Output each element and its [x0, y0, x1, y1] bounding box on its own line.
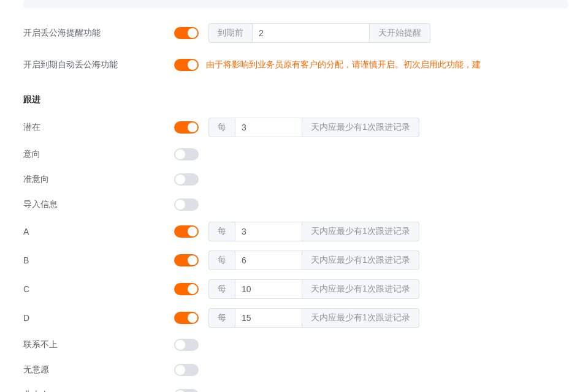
followup-row-switch[interactable]: [174, 173, 199, 186]
followup-input-prefix: 每: [208, 222, 235, 241]
followup-row: C每天内应最少有1次跟进记录: [23, 276, 568, 303]
followup-row-label: 导入信息: [23, 199, 174, 210]
followup-row-switch[interactable]: [174, 389, 199, 392]
followup-days-input[interactable]: [235, 222, 302, 241]
followup-input-group: 每天内应最少有1次跟进记录: [208, 279, 419, 299]
followup-row-label: D: [23, 313, 174, 323]
followup-row-switch[interactable]: [174, 225, 199, 238]
followup-input-group: 每天内应最少有1次跟进记录: [208, 118, 419, 137]
followup-row: 联系不上: [23, 333, 568, 356]
followup-row-label: 无意愿: [23, 364, 174, 375]
followup-row: 无意愿: [23, 358, 568, 382]
reminder-label: 开启丢公海提醒功能: [23, 28, 174, 39]
followup-row: 潜在每天内应最少有1次跟进记录: [23, 114, 568, 141]
followup-input-suffix: 天内应最少有1次跟进记录: [302, 279, 419, 299]
followup-input-prefix: 每: [208, 308, 235, 328]
autodrop-warning: 由于将影响到业务员原有客户的分配，请谨慎开启。初次启用此功能，建: [206, 59, 481, 70]
followup-list: 潜在每天内应最少有1次跟进记录意向准意向导入信息A每天内应最少有1次跟进记录B每…: [23, 114, 568, 392]
followup-row-switch[interactable]: [174, 364, 199, 376]
followup-days-input[interactable]: [235, 251, 302, 270]
followup-days-input[interactable]: [235, 279, 302, 299]
followup-row-label: B: [23, 255, 174, 265]
followup-section-title: 跟进: [23, 94, 568, 105]
followup-row-switch[interactable]: [174, 312, 199, 324]
followup-row-switch[interactable]: [174, 254, 199, 266]
reminder-row: 开启丢公海提醒功能 到期前 天开始提醒: [23, 21, 568, 45]
autodrop-switch[interactable]: [174, 59, 199, 71]
followup-input-suffix: 天内应最少有1次跟进记录: [302, 251, 419, 270]
followup-row-label: 非本人: [23, 390, 174, 392]
followup-row: A每天内应最少有1次跟进记录: [23, 218, 568, 245]
followup-input-group: 每天内应最少有1次跟进记录: [208, 222, 419, 241]
followup-input-prefix: 每: [208, 251, 235, 270]
followup-row-label: 意向: [23, 149, 174, 160]
reminder-days-input[interactable]: [252, 23, 370, 43]
followup-input-prefix: 每: [208, 279, 235, 299]
followup-row: 准意向: [23, 168, 568, 191]
followup-input-group: 每天内应最少有1次跟进记录: [208, 251, 419, 270]
followup-row-label: 联系不上: [23, 339, 174, 350]
autodrop-label: 开启到期自动丢公海功能: [23, 59, 174, 70]
reminder-input-group: 到期前 天开始提醒: [208, 23, 430, 43]
followup-row-label: 准意向: [23, 174, 174, 185]
followup-row-label: 潜在: [23, 122, 174, 133]
followup-row: D每天内应最少有1次跟进记录: [23, 304, 568, 331]
followup-row-label: C: [23, 284, 174, 294]
followup-row-switch[interactable]: [174, 148, 199, 160]
followup-row-switch[interactable]: [174, 198, 199, 211]
followup-days-input[interactable]: [235, 118, 302, 137]
followup-input-suffix: 天内应最少有1次跟进记录: [302, 222, 419, 241]
reminder-switch[interactable]: [174, 27, 199, 39]
followup-days-input[interactable]: [235, 308, 302, 328]
followup-row: 导入信息: [23, 193, 568, 216]
reminder-suffix: 天开始提醒: [370, 23, 430, 43]
autodrop-row: 开启到期自动丢公海功能 由于将影响到业务员原有客户的分配，请谨慎开启。初次启用此…: [23, 53, 568, 77]
followup-input-suffix: 天内应最少有1次跟进记录: [302, 308, 419, 328]
followup-input-suffix: 天内应最少有1次跟进记录: [302, 118, 419, 137]
reminder-prefix: 到期前: [208, 23, 252, 43]
followup-input-group: 每天内应最少有1次跟进记录: [208, 308, 419, 328]
background-panel-fragment: [23, 0, 568, 9]
followup-row-switch[interactable]: [174, 121, 199, 134]
followup-row: 意向: [23, 143, 568, 166]
followup-row: 非本人: [23, 383, 568, 392]
followup-row-switch[interactable]: [174, 339, 199, 351]
followup-row: B每天内应最少有1次跟进记录: [23, 247, 568, 274]
followup-row-switch[interactable]: [174, 283, 199, 295]
followup-row-label: A: [23, 227, 174, 236]
followup-input-prefix: 每: [208, 118, 235, 137]
